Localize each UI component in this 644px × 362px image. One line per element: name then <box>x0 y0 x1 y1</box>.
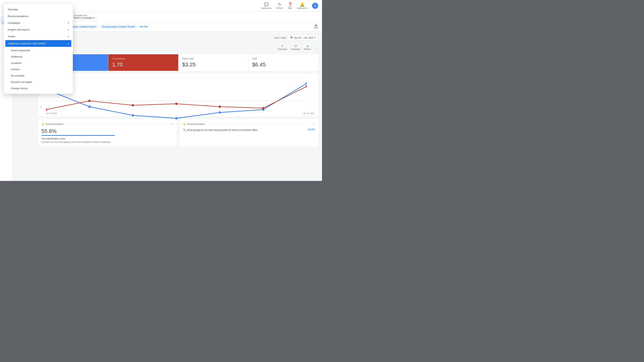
rec-score: 55.6% <box>42 128 174 134</box>
appearance-label: Appearance <box>262 7 272 9</box>
date-range-label: Last 7 days <box>274 37 286 39</box>
metrics-row: Clicks 39.7K Conversions 1.70 Cost / con… <box>38 54 318 71</box>
svg-point-10 <box>46 108 47 111</box>
rec-subdescription-1: Increase your score by applying the reco… <box>42 141 174 143</box>
flyout-content[interactable]: Content <box>4 66 73 73</box>
flyout-audiences[interactable]: Audiences, keywords, and content ▴ <box>5 40 71 47</box>
save-button[interactable]: 💾 Save <box>314 25 318 29</box>
flyout-overview[interactable]: Overview <box>4 6 73 13</box>
rec-content-2: 🔍 36 ad groups do not have any keywords … <box>183 128 258 132</box>
search-icon-2: 🔍 <box>183 128 186 131</box>
feedback-label: Feedback <box>291 48 300 50</box>
help-button[interactable]: ❓ Help <box>288 2 292 9</box>
feedback-button[interactable]: 💬 Feedback <box>291 45 300 50</box>
cost-card: Cost $6.45 <box>248 54 318 71</box>
svg-point-13 <box>175 103 178 105</box>
flyout-subitems: Search keywords Audiences Locations Cont… <box>4 47 73 92</box>
ad-group-status-chip[interactable]: Ad group status: Enabled, Paused <box>100 25 137 29</box>
metrics-button[interactable]: 📊 Metrics <box>304 45 311 50</box>
flyout-search-keywords[interactable]: Search keywords <box>4 47 73 54</box>
campaigns-chevron-icon: ▾ <box>68 22 69 24</box>
date-range-value: Apr 20 — 26, 2023 <box>294 37 314 39</box>
chart-area: 2 1 0 <box>38 74 318 116</box>
filter-bar: Workspace filter Campaign status: Enable… <box>34 22 322 31</box>
refresh-icon: ↻ <box>278 2 281 7</box>
flyout-menu: Overview Recommendations Campaigns ▾ Ins… <box>4 4 73 94</box>
appearance-icon: 💬 <box>264 2 269 7</box>
audiences-chevron-icon: ▴ <box>68 42 69 45</box>
flyout-audiences-label: Audiences, keywords, and content <box>8 42 46 45</box>
cost-per-conv-card: Cost / conv. $3.25 <box>178 54 248 71</box>
save-icon: 💾 <box>315 25 317 27</box>
conversions-value: 1.70 <box>112 62 174 68</box>
svg-point-5 <box>132 114 134 116</box>
campaign-selector[interactable]: Campaigns (63) Select a campaign ▾ <box>72 13 96 21</box>
cost-per-conv-label: Cost / conv. <box>182 57 244 60</box>
flyout-audiences-sub[interactable]: Audiences <box>4 54 73 60</box>
campaigns-count-label: Campaigns (63) <box>74 15 94 17</box>
rec-kebab-2[interactable]: ⋮ <box>312 122 315 126</box>
chart-svg <box>46 78 307 124</box>
kebab-menu-button[interactable]: ⋮ <box>315 45 318 50</box>
rec-badge: +18.6% <box>307 128 315 131</box>
date-selector: Last 7 days 📅 Apr 20 — 26, 2023 ▾ <box>274 35 318 41</box>
flyout-dynamic-ad-targets[interactable]: Dynamic ad targets <box>4 79 73 85</box>
avatar[interactable]: G <box>312 3 318 9</box>
notifications-button[interactable]: 🔔 Notifications <box>297 2 308 9</box>
overview-right-actions: Last 7 days 📅 Apr 20 — 26, 2023 ▾ <box>274 35 318 41</box>
flyout-campaigns[interactable]: Campaigns ▾ <box>4 20 73 26</box>
header-actions: 💬 Appearance ↻ Refresh ❓ Help 🔔 Notifica… <box>262 2 318 9</box>
download-label: Download <box>278 48 287 50</box>
flyout-campaigns-label: Campaigns <box>8 22 20 24</box>
x-label-start: Apr 19, 2023 <box>46 112 57 115</box>
rec-progress-bar <box>42 135 115 136</box>
campaigns-count: Campaigns (63) <box>74 15 87 17</box>
date-range-button[interactable]: 📅 Apr 20 — 26, 2023 ▾ <box>288 35 318 41</box>
campaign-chevron-icon: ▾ <box>93 17 94 19</box>
y-label-0: 0 <box>40 106 42 108</box>
help-label: Help <box>288 7 292 9</box>
cost-value: $6.45 <box>252 62 314 68</box>
bell-icon: 🔔 <box>300 2 304 7</box>
conversions-metric-card: Conversions 1.70 <box>108 54 178 71</box>
flyout-insights[interactable]: Insights and reports ▾ <box>4 26 73 33</box>
sub-header: 🏠 Workspace (2 filters) ▾ Campaigns (63)… <box>34 12 322 22</box>
add-filter-button[interactable]: Add filter <box>139 25 148 28</box>
appearance-button[interactable]: 💬 Appearance <box>262 2 272 9</box>
conversions-label: Conversions <box>112 57 174 60</box>
flyout-change-history[interactable]: Change history <box>4 85 73 92</box>
assets-chevron-icon: ▾ <box>68 35 69 38</box>
campaign-select-value: Select a campaign ▾ <box>74 17 94 19</box>
save-label: Save <box>314 27 318 29</box>
flyout-recommendations[interactable]: Recommendations <box>4 13 73 20</box>
help-icon: ❓ <box>288 2 292 7</box>
lightbulb-icon-1: 💡 <box>42 123 44 126</box>
flyout-overview-label: Overview <box>8 8 18 11</box>
select-campaign-label: Select a campaign <box>74 17 92 19</box>
metrics-label: Metrics <box>304 48 311 50</box>
overview-top-row: Overview Last 7 days 📅 Apr 20 — 26, 2023… <box>38 35 318 41</box>
flyout-assets[interactable]: Assets ▾ <box>4 33 73 40</box>
insights-chevron-icon: ▾ <box>68 28 69 31</box>
download-button[interactable]: ⬇ Download <box>278 45 287 50</box>
rec-description-1: Your optimization score <box>42 137 174 140</box>
svg-point-6 <box>175 117 178 120</box>
metrics-icon: 📊 <box>306 45 309 47</box>
chart-x-labels: Apr 19, 2023 Apr 25, 2023 <box>46 112 314 115</box>
feedback-icon: 💬 <box>294 45 297 47</box>
x-label-end: Apr 25, 2023 <box>304 112 314 115</box>
calendar-icon: 📅 <box>290 37 293 39</box>
refresh-label: Refresh <box>276 7 283 9</box>
flyout-locations[interactable]: Locations <box>4 60 73 66</box>
rec-description-2: 36 ad groups do not have any keywords fo… <box>187 129 258 131</box>
date-chevron-icon: ▾ <box>314 37 316 39</box>
notifications-label: Notifications <box>297 7 308 9</box>
svg-point-4 <box>88 106 91 108</box>
svg-point-12 <box>132 104 134 107</box>
flyout-insights-label: Insights and reports <box>8 28 30 31</box>
app-container: 💬 Appearance ↻ Refresh ❓ Help 🔔 Notifica… <box>0 0 322 181</box>
flyout-ad-schedule[interactable]: Ad schedule <box>4 73 73 79</box>
refresh-button[interactable]: ↻ Refresh <box>276 2 283 9</box>
flyout-assets-label: Assets <box>8 35 15 38</box>
cost-label: Cost <box>252 57 314 60</box>
